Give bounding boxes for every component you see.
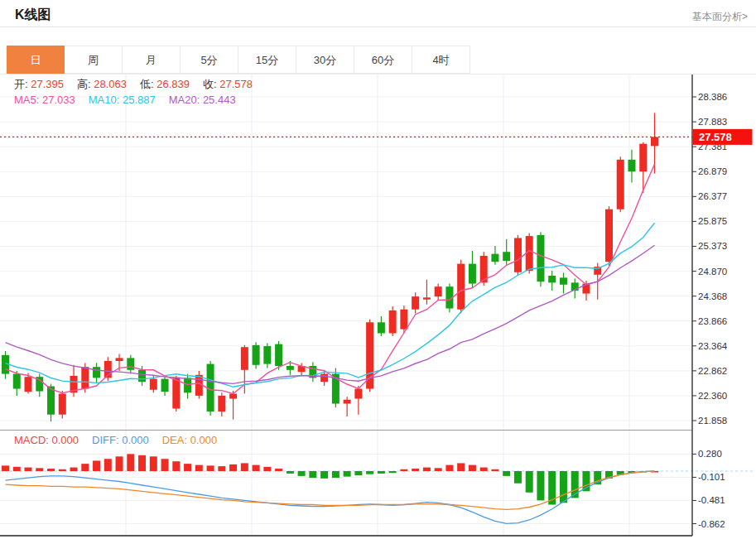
- ohlc-info-row: 开: 27.395高: 28.063低: 26.839收: 27.578: [14, 77, 266, 92]
- info-item: MACD: 0.000: [14, 434, 79, 446]
- svg-text:24.870: 24.870: [698, 267, 727, 277]
- last-price-badge: 27.578: [693, 129, 753, 145]
- info-item: 开: 27.395: [14, 78, 64, 90]
- ma-info-row: MA5: 27.033MA10: 25.887MA20: 25.443: [14, 94, 249, 106]
- svg-text:21.858: 21.858: [698, 416, 727, 426]
- info-item: MA5: 27.033: [14, 94, 75, 106]
- info-item: MA20: 25.443: [169, 94, 236, 106]
- svg-text:22.862: 22.862: [698, 366, 727, 376]
- svg-text:25.875: 25.875: [698, 216, 727, 226]
- svg-text:25.373: 25.373: [698, 241, 727, 251]
- candlestick-series: [2, 113, 658, 421]
- gridlines: [0, 75, 692, 536]
- info-item: DIFF: 0.000: [92, 434, 149, 446]
- svg-text:0.280: 0.280: [698, 449, 722, 459]
- svg-text:27.883: 27.883: [698, 117, 727, 127]
- info-item: MA10: 25.887: [89, 94, 156, 106]
- svg-text:-0.481: -0.481: [698, 495, 725, 505]
- svg-text:23.866: 23.866: [698, 316, 727, 326]
- svg-text:26.377: 26.377: [698, 191, 727, 201]
- svg-text:23.364: 23.364: [698, 341, 728, 351]
- y-axis-labels: 28.38627.88327.38126.87926.37725.87525.3…: [692, 92, 728, 529]
- ma10-line: [6, 223, 655, 387]
- info-item: 收: 27.578: [203, 78, 253, 90]
- svg-text:-0.862: -0.862: [698, 519, 725, 529]
- svg-text:26.879: 26.879: [698, 166, 727, 176]
- info-item: 低: 26.839: [140, 78, 190, 90]
- macd-info-row: MACD: 0.000DIFF: 0.000DEA: 0.000: [14, 434, 230, 446]
- svg-text:-0.101: -0.101: [698, 472, 725, 482]
- svg-text:28.386: 28.386: [698, 92, 727, 102]
- info-item: 高: 28.063: [77, 78, 127, 90]
- svg-text:22.360: 22.360: [698, 391, 727, 401]
- ma5-line: [6, 164, 655, 393]
- svg-text:24.368: 24.368: [698, 291, 727, 301]
- info-item: DEA: 0.000: [162, 434, 218, 446]
- kline-page: K线图 基本面分析> 日周月5分15分30分60分4时 开: 27.395高: …: [0, 0, 756, 539]
- svg-text:27.578: 27.578: [699, 131, 732, 143]
